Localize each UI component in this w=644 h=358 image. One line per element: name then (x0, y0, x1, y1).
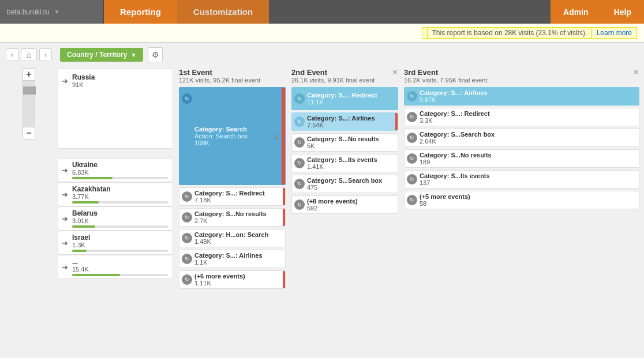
third-event-header: 3rd Event ✕ 16.2K visits, 7.95K final ev… (404, 68, 639, 84)
nav-logo[interactable]: beta.buruki.ru ▼ (0, 0, 104, 24)
country-arrow-icon: ➜ (62, 77, 68, 85)
event-item-no-results[interactable]: ↻ Category: S...No results 2.7K (179, 208, 286, 227)
event2-item-no-results[interactable]: ↻ Category: S...No results 5K (291, 133, 398, 152)
event-count: 1.1K (194, 259, 282, 266)
third-event-subtitle: 16.2K visits, 7.95K final event (404, 77, 639, 84)
left-sidebar: ‹ ⌂ › + − (0, 43, 58, 358)
nav-arrows: ‹ ⌂ › (6, 48, 52, 61)
event2-item-search-box[interactable]: ↻ Category: S...Search box 475 (291, 175, 398, 193)
event-item-search-action[interactable]: ↻ Category: Search Action: Search box 10… (179, 87, 286, 185)
dropdown-arrow-icon: ▼ (130, 52, 136, 58)
event3-item-its-events[interactable]: ↻ Category: S...Its events 137 (404, 170, 639, 189)
first-event-title: 1st Event (179, 68, 286, 77)
third-event-column: 3rd Event ✕ 16.2K visits, 7.95K final ev… (398, 68, 639, 358)
third-event-title: 3rd Event (404, 68, 438, 77)
event-icon: ↻ (182, 191, 192, 202)
event-count: 3.3K (420, 117, 635, 124)
event-icon: ↻ (182, 254, 192, 264)
event-count: 1.48K (194, 238, 282, 245)
event-icon: ↻ (294, 93, 305, 104)
country-item-belarus[interactable]: ➜ Belarus 3.01K (58, 206, 173, 231)
event-name: Category: S...Its events (307, 156, 394, 163)
country-item-israel[interactable]: ➜ Israel 1.3K (58, 231, 173, 255)
event-name: Category: S...Its events (420, 172, 635, 179)
event-count: 58 (420, 200, 635, 207)
event-name: Category: S...Search box (307, 177, 394, 184)
content-area: Country / Territory ▼ ⚙ ➜ Russia 91K ➜ U… (58, 43, 644, 358)
event2-item-more[interactable]: ↻ (+8 more events) 592 (291, 195, 398, 214)
country-item-russia[interactable]: ➜ Russia 91K (58, 68, 173, 149)
event2-item-airlines[interactable]: ↻ Category: S...: Airlines 7.54K (291, 112, 398, 131)
country-territory-dropdown[interactable]: Country / Territory ▼ (60, 48, 143, 62)
event-icon: ↻ (407, 112, 417, 122)
country-name: Ukraine (72, 161, 168, 169)
event2-item-its-events[interactable]: ↻ Category: S...Its events 1.41K (291, 154, 398, 172)
event-count: 108K (194, 140, 282, 146)
event-name: Category: S...: Airlines (194, 252, 282, 259)
zoom-in-btn[interactable]: + (23, 68, 35, 81)
country-name: ... (72, 258, 168, 266)
first-event-subtitle: 121K visits, 95.2K final event (179, 77, 286, 84)
gear-icon: ⚙ (152, 50, 159, 59)
progress-fill (72, 274, 120, 276)
event-count: 9.87K (420, 96, 635, 103)
event-icon: ↻ (294, 199, 305, 210)
prev-arrow-btn[interactable]: ‹ (6, 48, 18, 61)
country-item-kazakhstan[interactable]: ➜ Kazakhstan 3.77K (58, 182, 173, 206)
event-icon: ↻ (182, 93, 192, 104)
event-name: Category: S...: Redirect (420, 110, 635, 117)
event-count: 137 (420, 179, 635, 186)
country-name: Belarus (72, 209, 168, 217)
event-name: (+5 more events) (420, 193, 635, 200)
event-icon: ↻ (294, 158, 305, 168)
country-column: ➜ Russia 91K ➜ Ukraine 6.83K ➜ Kazakhsta… (58, 68, 173, 358)
event-item-more[interactable]: ↻ (+6 more events) 1.11K (179, 270, 286, 289)
learn-more-link[interactable]: Learn more (597, 29, 632, 37)
event-icon: ↻ (407, 133, 417, 143)
gear-settings-btn[interactable]: ⚙ (148, 47, 163, 62)
customization-nav-btn[interactable]: Customization (177, 0, 269, 24)
event-name: Category: H...on: Search (194, 231, 282, 238)
country-item-other[interactable]: ➜ ... 15.4K (58, 255, 173, 279)
third-event-close-btn[interactable]: ✕ (633, 68, 639, 77)
second-event-header: 2nd Event ✕ 26.1K visits, 9.91K final ev… (291, 68, 398, 84)
first-event-header: 1st Event 121K visits, 95.2K final event (179, 68, 286, 84)
second-event-close-btn[interactable]: ✕ (392, 68, 398, 77)
event3-item-airlines[interactable]: ↻ Category: S...: Airlines 9.87K (404, 87, 639, 105)
progress-fill (72, 177, 113, 179)
help-nav-btn[interactable]: Help (601, 0, 644, 24)
event-name: (+6 more events) (194, 273, 282, 280)
event-name: Category: S...No results (307, 135, 394, 142)
event3-item-redirect[interactable]: ↻ Category: S...: Redirect 3.3K (404, 108, 639, 126)
zoom-out-btn[interactable]: − (23, 127, 35, 140)
admin-nav-btn[interactable]: Admin (551, 0, 601, 24)
event-item-redirect[interactable]: ↻ Category: S...: Redirect 7.18K (179, 187, 286, 206)
country-arrow-icon: ➜ (62, 166, 68, 175)
country-arrow-icon: ➜ (62, 263, 68, 272)
zoom-thumb[interactable] (23, 86, 36, 95)
event-name: Category: S...: Airlines (420, 89, 635, 96)
event3-item-search-box[interactable]: ↻ Category: S...Search box 2.64K (404, 129, 639, 147)
country-item-ukraine[interactable]: ➜ Ukraine 6.83K (58, 158, 173, 182)
country-value: 15.4K (72, 266, 168, 273)
event-item-homepage[interactable]: ↻ Category: H...on: Search 1.48K (179, 229, 286, 247)
country-name: Kazakhstan (72, 185, 168, 193)
zoom-control: + − (23, 68, 35, 140)
event-name: Category: S...: Redirect (194, 190, 282, 197)
next-arrow-btn[interactable]: › (39, 48, 52, 61)
event-icon: ↻ (182, 233, 192, 243)
home-btn[interactable]: ⌂ (21, 48, 37, 61)
event-icon: ↻ (294, 179, 305, 189)
logo-dropdown-arrow: ▼ (54, 9, 59, 15)
event-count: 2.7K (194, 217, 282, 224)
event3-item-more[interactable]: ↻ (+5 more events) 58 (404, 191, 639, 209)
progress-fill (72, 201, 99, 204)
reporting-nav-btn[interactable]: Reporting (104, 0, 177, 24)
top-nav: beta.buruki.ru ▼ Reporting Customization… (0, 0, 644, 24)
progress-fill (72, 225, 95, 228)
event-count: 592 (307, 205, 394, 212)
event3-item-no-results[interactable]: ↻ Category: S...No results 189 (404, 149, 639, 168)
event-item-airlines[interactable]: ↻ Category: S...: Airlines 1.1K (179, 250, 286, 268)
event2-item-redirect[interactable]: ↻ Category: S...: Redirect 11.1K (291, 87, 398, 110)
event-count: 7.18K (194, 197, 282, 204)
